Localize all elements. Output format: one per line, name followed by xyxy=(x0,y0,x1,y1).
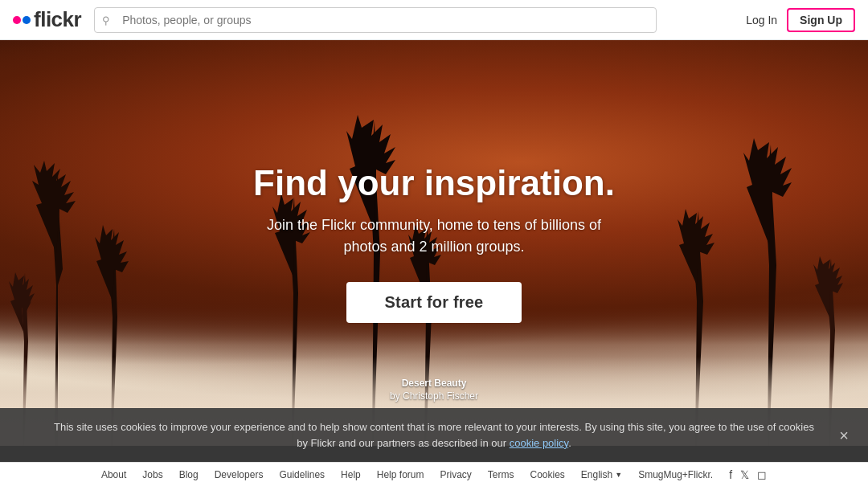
search-icon: ⚲ xyxy=(102,14,110,26)
login-button[interactable]: Log In xyxy=(746,14,777,27)
cookie-text: This site uses cookies to improve your e… xyxy=(48,419,820,451)
instagram-icon[interactable]: ◻ xyxy=(757,468,767,481)
footer-social: f 𝕏 ◻ xyxy=(721,468,775,481)
footer-about[interactable]: About xyxy=(93,469,134,480)
hero: Find your inspiration. Join the Flickr c… xyxy=(0,40,868,446)
language-label: English xyxy=(581,469,612,480)
cookie-policy-link[interactable]: cookie policy xyxy=(510,437,568,449)
footer-language-selector[interactable]: English ▼ xyxy=(573,469,630,480)
dot-blue xyxy=(23,16,31,24)
search-bar: ⚲ xyxy=(94,7,657,33)
search-input[interactable] xyxy=(94,7,657,33)
start-free-button[interactable]: Start for free xyxy=(346,282,522,323)
footer-jobs[interactable]: Jobs xyxy=(134,469,170,480)
logo-dots xyxy=(13,16,31,24)
chevron-down-icon: ▼ xyxy=(615,471,622,479)
footer-blog[interactable]: Blog xyxy=(171,469,207,480)
twitter-icon[interactable]: 𝕏 xyxy=(740,468,749,481)
hero-subtitle: Join the Flickr community, home to tens … xyxy=(267,214,601,258)
footer-brand: SmugMug+Flickr. xyxy=(630,469,721,480)
logo[interactable]: flickr xyxy=(13,7,81,32)
footer-guidelines[interactable]: Guidelines xyxy=(271,469,333,480)
logo-text: flickr xyxy=(34,7,81,32)
footer-help-forum[interactable]: Help forum xyxy=(369,469,432,480)
footer-cookies[interactable]: Cookies xyxy=(522,469,572,480)
cookie-banner: This site uses cookies to improve your e… xyxy=(0,408,868,462)
footer-privacy[interactable]: Privacy xyxy=(432,469,479,480)
photo-credit: Desert Beauty by Christoph Fischer xyxy=(390,378,478,402)
footer-developers[interactable]: Developers xyxy=(207,469,272,480)
footer: About Jobs Blog Developers Guidelines He… xyxy=(0,462,868,486)
photo-title: Desert Beauty xyxy=(390,378,478,389)
header: flickr ⚲ Log In Sign Up xyxy=(0,0,868,40)
cookie-close-button[interactable]: × xyxy=(839,427,849,443)
dot-pink xyxy=(13,16,21,24)
hero-title: Find your inspiration. xyxy=(253,163,615,203)
footer-help[interactable]: Help xyxy=(333,469,369,480)
signup-button[interactable]: Sign Up xyxy=(787,8,855,32)
footer-terms[interactable]: Terms xyxy=(480,469,522,480)
facebook-icon[interactable]: f xyxy=(729,468,732,481)
photo-author: by Christoph Fischer xyxy=(390,390,478,402)
header-actions: Log In Sign Up xyxy=(746,8,855,32)
